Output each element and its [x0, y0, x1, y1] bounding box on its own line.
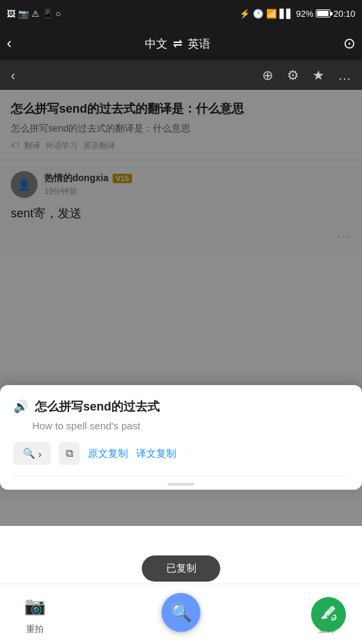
phone-icon: 📱 — [42, 9, 53, 19]
status-left-icons: 🖼 📷 ⚠ 📱 ○ — [7, 9, 61, 19]
back-button[interactable]: ‹ — [7, 35, 11, 52]
time-display: 20:10 — [333, 9, 355, 19]
menu-button[interactable]: ⊙ — [343, 35, 355, 52]
share-icon[interactable]: ⊕ — [262, 67, 274, 83]
copy-original-button[interactable]: 原文复制 — [88, 447, 128, 460]
popup-translation: How to spell send's past — [32, 420, 349, 431]
center-search-icon: 🔍 — [170, 602, 192, 623]
signal-icon: ▋▋ — [280, 9, 293, 19]
lang-zh: 中文 — [145, 36, 168, 52]
camera-status-icon: 📷 — [18, 9, 29, 19]
copied-toast: 已复制 — [142, 555, 221, 582]
header: ‹ 中文 ⇌ 英语 ⊙ — [0, 27, 362, 60]
battery-icon — [316, 9, 330, 17]
edit-fab-icon — [320, 604, 337, 625]
center-search-button[interactable]: 🔍 — [162, 593, 200, 632]
battery-percent: 92% — [296, 9, 313, 19]
retake-label: 重拍 — [26, 623, 44, 635]
clock-icon: 🕐 — [253, 9, 263, 19]
status-right: ⚡ 🕐 📶 ▋▋ 92% 20:10 — [239, 9, 355, 19]
wifi-icon: 📶 — [266, 9, 277, 19]
sub-header: ‹ ⊕ ⚙ ★ … — [0, 60, 362, 90]
copy-icon: ⧉ — [66, 447, 73, 459]
nav-item-retake[interactable]: 📷 重拍 — [20, 591, 50, 635]
star-icon[interactable]: ★ — [312, 67, 324, 83]
translation-popup: 🔊 怎么拼写send的过去式 How to spell send's past … — [0, 385, 362, 490]
bluetooth-icon: ⚡ — [239, 9, 250, 19]
swap-icon[interactable]: ⇌ — [173, 37, 182, 51]
sub-back-icon[interactable]: ‹ — [11, 68, 15, 83]
popup-handle — [13, 476, 349, 490]
popup-source-text: 怎么拼写send的过去式 — [35, 398, 160, 415]
edit-fab-button[interactable] — [311, 597, 346, 632]
camera-icon: 📷 — [20, 591, 50, 621]
refresh-icon[interactable]: ⚙ — [287, 67, 299, 83]
copy-icon-button[interactable]: ⧉ — [59, 442, 80, 465]
more-icon[interactable]: … — [338, 68, 351, 83]
popup-actions: 🔍 › ⧉ 原文复制 译文复制 — [13, 442, 349, 476]
lang-en: 英语 — [188, 36, 210, 52]
search-btn-icon: 🔍 — [23, 447, 36, 460]
speaker-icon[interactable]: 🔊 — [13, 399, 28, 414]
copy-translation-button[interactable]: 译文复制 — [136, 447, 176, 460]
circle-icon: ○ — [56, 9, 61, 19]
warning-icon: ⚠ — [32, 9, 40, 19]
toast-label: 已复制 — [166, 562, 196, 574]
popup-source: 🔊 怎么拼写send的过去式 — [13, 398, 349, 415]
header-title: 中文 ⇌ 英语 — [145, 36, 210, 52]
search-btn-arrow: › — [38, 448, 42, 460]
header-actions: ⊙ — [343, 35, 355, 52]
search-button[interactable]: 🔍 › — [13, 442, 51, 465]
handle-bar — [168, 483, 194, 486]
sim-icon: 🖼 — [7, 9, 15, 19]
content-area: 怎么拼写send的过去式的翻译是：什么意思 怎么拼写send的过去式的翻译是：什… — [0, 90, 362, 254]
status-bar: 🖼 📷 ⚠ 📱 ○ ⚡ 🕐 📶 ▋▋ 92% 20:10 — [0, 0, 362, 27]
